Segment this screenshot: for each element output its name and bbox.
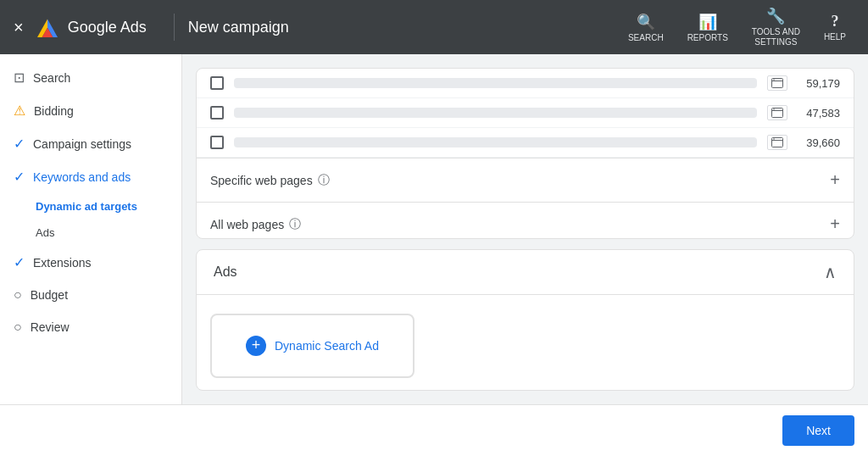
sidebar-item-keywords-label: Keywords and ads (33, 170, 131, 184)
row-img-icon-3 (767, 135, 787, 150)
table-row: 39,660 (197, 128, 854, 158)
sidebar-item-bidding[interactable]: ⚠ Bidding (0, 94, 181, 127)
row-text-1 (234, 78, 757, 88)
table-row: 47,583 (197, 98, 854, 128)
header-divider (174, 14, 175, 41)
search-sidebar-icon: ⊡ (14, 70, 25, 86)
check-icon-extensions: ✓ (14, 254, 25, 270)
row-img-icon-1 (767, 75, 787, 91)
row-num-3: 39,660 (798, 136, 840, 149)
circle-icon-review: ○ (14, 320, 22, 335)
row-checkbox-1[interactable] (210, 76, 224, 90)
check-icon-keywords: ✓ (14, 169, 25, 185)
svg-point-6 (773, 79, 775, 81)
warning-icon: ⚠ (14, 103, 25, 119)
help-icon: ? (831, 13, 838, 31)
help-action-label: HELP (824, 32, 846, 42)
svg-point-9 (773, 108, 775, 110)
logo-text: Google Ads (68, 19, 147, 36)
add-specific-pages-icon[interactable]: + (830, 170, 840, 190)
sidebar-sub-item-dynamic-ad-targets[interactable]: Dynamic ad targets (0, 193, 181, 220)
tools-action-label: TOOLS ANDSETTINGS (752, 27, 800, 47)
sidebar-sub-ads-label: Ads (36, 226, 54, 239)
ads-card: Ads ∧ + Dynamic Search Ad (196, 249, 854, 391)
search-icon: 🔍 (637, 13, 655, 31)
ads-card-body: + Dynamic Search Ad (197, 295, 854, 391)
help-circle-icon-2: ⓘ (289, 217, 301, 232)
table-card: 59,179 47,583 39,660 (196, 68, 854, 239)
all-web-pages-row[interactable]: All web pages ⓘ + (197, 202, 854, 239)
sidebar-item-keywords-and-ads[interactable]: ✓ Keywords and ads (0, 160, 181, 193)
reports-action-label: REPORTS (687, 33, 728, 42)
row-num-2: 47,583 (798, 107, 840, 120)
search-action-label: SEARCH (628, 33, 664, 42)
dynamic-search-ad-label: Dynamic Search Ad (275, 339, 379, 353)
sidebar-item-budget-label: Budget (31, 288, 68, 302)
all-web-pages-label: All web pages ⓘ (210, 217, 823, 232)
close-button[interactable]: × (14, 18, 24, 37)
header-actions: 🔍 SEARCH 📊 REPORTS 🔧 TOOLS ANDSETTINGS ?… (620, 2, 854, 53)
dynamic-search-ad-button[interactable]: + Dynamic Search Ad (210, 314, 415, 378)
sidebar-item-review-label: Review (31, 320, 70, 334)
ads-section-title: Ads (214, 264, 824, 280)
sidebar-sub-item-ads[interactable]: Ads (0, 220, 181, 246)
tools-icon: 🔧 (766, 7, 785, 25)
main-layout: ⊡ Search ⚠ Bidding ✓ Campaign settings ✓… (0, 54, 868, 404)
google-ads-logo-icon (34, 14, 61, 41)
sidebar-item-review[interactable]: ○ Review (0, 311, 181, 343)
help-action-btn[interactable]: ? HELP (815, 8, 854, 47)
sidebar-item-extensions-label: Extensions (33, 256, 91, 270)
sidebar-item-budget[interactable]: ○ Budget (0, 279, 181, 311)
sidebar-item-extensions[interactable]: ✓ Extensions (0, 246, 181, 279)
sidebar-item-campaign-settings-label: Campaign settings (33, 137, 131, 151)
row-checkbox-2[interactable] (210, 106, 224, 120)
reports-action-btn[interactable]: 📊 REPORTS (679, 8, 737, 47)
tools-action-btn[interactable]: 🔧 TOOLS ANDSETTINGS (743, 2, 809, 53)
app-logo: Google Ads (34, 14, 147, 41)
specific-web-pages-row[interactable]: Specific web pages ⓘ + (197, 158, 854, 202)
sidebar-item-search[interactable]: ⊡ Search (0, 61, 181, 94)
help-circle-icon: ⓘ (318, 173, 330, 188)
row-img-icon-2 (767, 105, 787, 120)
plus-icon: + (246, 336, 266, 356)
svg-point-12 (773, 138, 775, 140)
dynamic-ad-targets-label: Dynamic ad targets (36, 200, 137, 213)
ads-card-header: Ads ∧ (197, 250, 854, 295)
sidebar-item-search-label: Search (33, 71, 70, 85)
check-icon-campaign: ✓ (14, 136, 25, 152)
sidebar-item-campaign-settings[interactable]: ✓ Campaign settings (0, 127, 181, 160)
row-text-2 (234, 108, 757, 118)
row-text-3 (234, 137, 757, 147)
row-num-1: 59,179 (798, 77, 840, 90)
sidebar: ⊡ Search ⚠ Bidding ✓ Campaign settings ✓… (0, 54, 182, 404)
specific-web-pages-label: Specific web pages ⓘ (210, 173, 823, 188)
row-checkbox-3[interactable] (210, 136, 224, 149)
footer: Next (0, 404, 868, 456)
search-action-btn[interactable]: 🔍 SEARCH (620, 8, 672, 47)
main-content: 59,179 47,583 39,660 (182, 54, 868, 404)
table-row: 59,179 (197, 69, 854, 98)
next-button[interactable]: Next (782, 415, 854, 446)
page-title: New campaign (188, 19, 620, 36)
app-header: × Google Ads New campaign 🔍 SEARCH 📊 REP… (0, 0, 868, 54)
sidebar-item-bidding-label: Bidding (34, 104, 74, 118)
reports-icon: 📊 (698, 13, 717, 31)
chevron-up-icon[interactable]: ∧ (824, 262, 837, 282)
add-all-pages-icon[interactable]: + (830, 214, 840, 234)
circle-icon-budget: ○ (14, 287, 22, 303)
